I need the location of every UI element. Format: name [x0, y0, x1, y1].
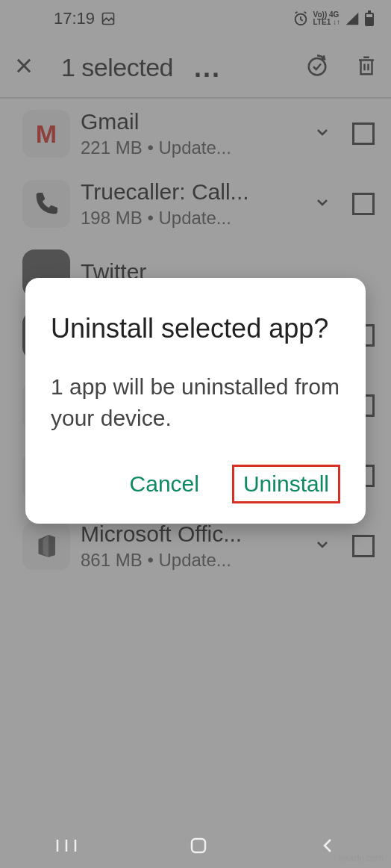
svg-rect-9	[192, 839, 205, 852]
back-button[interactable]	[319, 837, 337, 858]
dialog-body: 1 app will be uninstalled from your devi…	[51, 371, 340, 434]
uninstall-dialog: Uninstall selected app? 1 app will be un…	[25, 278, 366, 524]
navigation-bar	[0, 826, 391, 868]
annotation-highlight: Uninstall	[232, 465, 340, 503]
home-button[interactable]	[187, 834, 210, 860]
watermark: wsxdn.com	[339, 853, 384, 864]
dialog-title: Uninstall selected app?	[51, 311, 340, 347]
recents-button[interactable]	[54, 837, 78, 858]
cancel-button[interactable]: Cancel	[119, 464, 210, 504]
uninstall-button[interactable]: Uninstall	[243, 471, 329, 497]
